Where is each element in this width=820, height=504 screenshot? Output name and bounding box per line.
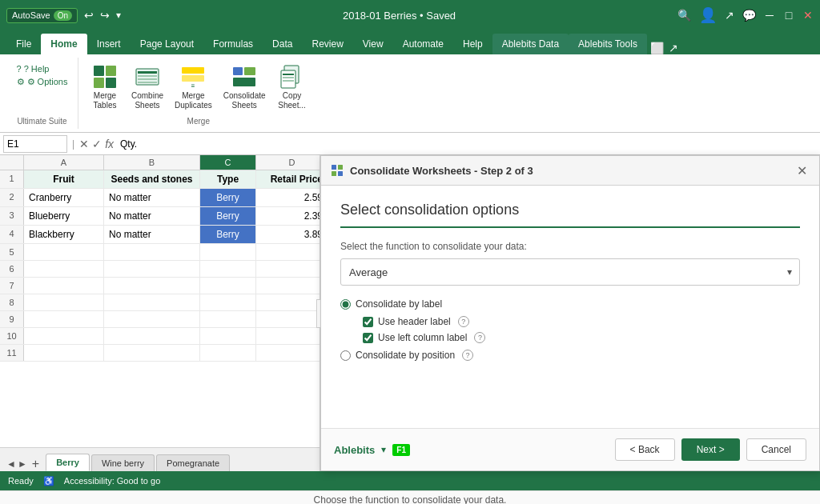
account-icon[interactable]: 👤 (699, 6, 717, 24)
help-icon: ? (17, 64, 22, 74)
svg-rect-19 (283, 80, 294, 82)
ablebits-dropdown-icon[interactable]: ▾ (381, 444, 386, 455)
confirm-formula-icon[interactable]: ✓ (92, 138, 102, 150)
next-button[interactable]: Next > (681, 438, 740, 461)
svg-rect-0 (94, 66, 104, 76)
undo-icon[interactable]: ↩ (84, 9, 94, 22)
search-icon[interactable]: 🔍 (677, 9, 691, 22)
merge-duplicates-button[interactable]: ≡ Merge Duplicates (170, 61, 217, 114)
merge-tables-label: Merge Tables (94, 91, 117, 110)
redo-icon[interactable]: ↪ (100, 9, 110, 22)
ribbon-expand-icon[interactable]: ⬜ (650, 42, 664, 54)
svg-rect-18 (283, 77, 294, 78)
svg-rect-22 (332, 171, 336, 176)
tab-ablebits-data[interactable]: Ablebits Data (492, 34, 569, 54)
tab-formulas[interactable]: Formulas (203, 34, 263, 54)
svg-rect-8 (138, 82, 157, 83)
svg-rect-13 (244, 67, 255, 75)
help-options: ? ? Help ⚙ ⚙ Options (14, 61, 71, 90)
svg-rect-1 (106, 66, 116, 76)
svg-rect-21 (338, 165, 343, 170)
accessibility-icon: ♿ (43, 476, 54, 486)
autosave-badge[interactable]: AutoSave On (6, 8, 78, 23)
tab-page-layout[interactable]: Page Layout (131, 34, 203, 54)
ablebits-brand[interactable]: Ablebits (334, 444, 375, 456)
svg-rect-9 (182, 67, 204, 74)
svg-rect-23 (338, 171, 343, 176)
insert-function-icon[interactable]: fx (105, 138, 114, 150)
options-icon: ⚙ (17, 77, 25, 87)
combine-sheets-button[interactable]: Combine Sheets (127, 61, 168, 114)
svg-rect-12 (233, 67, 243, 75)
combine-sheets-label: Combine Sheets (131, 91, 163, 110)
dialog-title-text: Consolidate Worksheets - Step 2 of 3 (350, 165, 533, 177)
dialog-footer: Ablebits ▾ F1 < Back Next > Cancel (321, 428, 819, 470)
tab-automate[interactable]: Automate (393, 34, 453, 54)
cancel-formula-icon[interactable]: ✕ (79, 138, 89, 150)
document-title: 2018-01 Berries • Saved (121, 10, 677, 22)
consolidate-sheets-button[interactable]: Consolidate Sheets (219, 61, 271, 114)
maximize-button[interactable]: □ (783, 10, 794, 21)
consolidate-sheets-label: Consolidate Sheets (223, 91, 266, 110)
radio-group: Consolidate by label Use header label ? … (340, 298, 800, 361)
formula-input[interactable] (117, 137, 817, 151)
tab-insert[interactable]: Insert (87, 34, 131, 54)
use-left-col-help-icon[interactable]: ? (474, 332, 485, 343)
svg-rect-14 (233, 78, 255, 86)
use-left-column-checkbox[interactable] (363, 333, 373, 343)
merge-tables-button[interactable]: Merge Tables (85, 61, 125, 114)
accessibility-status: Accessibility: Good to go (64, 476, 160, 486)
svg-rect-10 (182, 75, 204, 82)
share-icon[interactable]: ↗ (725, 9, 734, 22)
svg-rect-3 (106, 78, 116, 88)
comments-icon[interactable]: 💬 (742, 9, 756, 22)
options-link[interactable]: ⚙ ⚙ Options (17, 77, 68, 87)
use-header-help-icon[interactable]: ? (458, 316, 469, 327)
options-label: ⚙ Options (27, 77, 68, 87)
f1-badge[interactable]: F1 (392, 444, 410, 456)
close-button[interactable]: ✕ (802, 10, 814, 21)
tab-help[interactable]: Help (453, 34, 492, 54)
group-label-ultimate: Ultimate Suite (17, 114, 66, 126)
minimize-button[interactable]: ─ (764, 10, 775, 21)
main-area: › A B C D 1 Fruit Seeds and stones Type … (0, 155, 820, 471)
dialog-overlay: Consolidate Worksheets - Step 2 of 3 ✕ S… (0, 155, 820, 471)
back-button[interactable]: < Back (615, 438, 675, 461)
dialog-footer-right: < Back Next > Cancel (615, 438, 806, 461)
tab-file[interactable]: File (6, 34, 41, 54)
title-bar-right: 🔍 👤 ↗ 💬 ─ □ ✕ (677, 6, 814, 24)
bottom-tooltip: Choose the function to consolidate your … (0, 490, 820, 504)
tab-data[interactable]: Data (263, 34, 302, 54)
name-box[interactable] (3, 135, 67, 153)
help-link[interactable]: ? ? Help (17, 64, 68, 74)
copy-sheets-label: Copy Sheet... (278, 91, 305, 110)
status-bar: Ready ♿ Accessibility: Good to go (0, 471, 820, 490)
tab-home[interactable]: Home (41, 34, 86, 54)
title-bar: AutoSave On ↩ ↪ ▾ 2018-01 Berries • Save… (0, 0, 820, 30)
dialog-subtitle: Select consolidation options (340, 202, 800, 228)
consolidate-by-position-radio[interactable] (340, 350, 351, 361)
group-label-merge: Merge (187, 114, 210, 126)
function-select[interactable]: Average Sum Count Max Min Product (340, 258, 800, 286)
consolidate-by-position-option: Consolidate by position ? (340, 350, 800, 361)
consolidate-by-position-help-icon[interactable]: ? (462, 350, 473, 361)
title-bar-left: AutoSave On ↩ ↪ ▾ (6, 8, 121, 23)
function-select-wrapper: Average Sum Count Max Min Product ▾ (340, 258, 800, 286)
tab-ablebits-tools[interactable]: Ablebits Tools (569, 34, 647, 54)
cancel-button[interactable]: Cancel (746, 438, 806, 461)
copy-sheets-button[interactable]: Copy Sheet... (272, 61, 312, 114)
merge-tables-icon (92, 64, 118, 90)
ribbon-share-icon[interactable]: ↗ (669, 42, 678, 54)
checkbox-subgroup: Use header label ? Use left column label… (363, 316, 800, 343)
consolidate-by-label-radio[interactable] (340, 299, 351, 310)
use-header-label-checkbox[interactable] (363, 317, 373, 327)
dialog-close-button[interactable]: ✕ (794, 162, 810, 178)
svg-rect-5 (138, 71, 157, 74)
tab-review[interactable]: Review (302, 34, 352, 54)
svg-text:≡: ≡ (191, 82, 195, 90)
tab-view[interactable]: View (353, 34, 393, 54)
bottom-tooltip-text: Choose the function to consolidate your … (314, 494, 507, 504)
consolidate-by-position-text: Consolidate by position (356, 350, 455, 361)
combine-sheets-icon (135, 64, 160, 90)
svg-rect-7 (138, 78, 157, 80)
